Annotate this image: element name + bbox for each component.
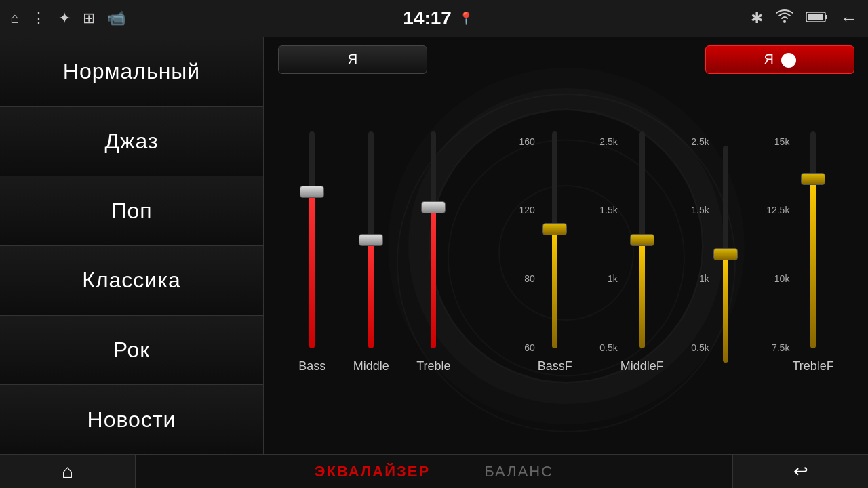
treblef-with-labels: 15k 12.5k 10k 7.5k TrebleF	[766, 131, 834, 373]
middlef2-slider-group	[712, 146, 739, 373]
home-icon[interactable]: ⌂	[10, 9, 19, 27]
treblef-fill	[810, 179, 816, 348]
sidebar-item-rock[interactable]: Рок	[0, 316, 263, 386]
treble-track	[431, 131, 436, 348]
svg-rect-2	[825, 15, 827, 19]
clock: 14:17	[403, 7, 452, 29]
bassf-freq-60: 60	[519, 342, 534, 353]
wifi-icon	[775, 9, 794, 28]
treble-slider-group: Treble	[416, 131, 450, 373]
middlef2-freq-labels: 2.5k 1.5k 1k 0.5k	[691, 136, 709, 353]
home-button-icon: ⌂	[62, 461, 73, 483]
middlef2-freq-2.5k: 2.5k	[691, 136, 709, 147]
middle-slider-group: Middle	[353, 131, 389, 373]
middlef2-knob[interactable]	[713, 248, 738, 260]
bass-slider-group: Bass	[298, 131, 326, 373]
battery-icon	[806, 9, 828, 27]
treblef-freq-12.5k: 12.5k	[766, 205, 789, 216]
treblef-track	[810, 131, 816, 348]
bassf-freq-80: 80	[519, 273, 534, 284]
middlef-label: MiddleF	[620, 359, 664, 373]
middlef-freq-0.5k: 0.5k	[599, 342, 617, 353]
preset-button-left[interactable]: Я	[278, 45, 427, 74]
middle-track	[368, 131, 374, 348]
treble-label: Treble	[416, 359, 450, 373]
status-bar: ⌂ ⋮ ✦ ⊞ 📹 14:17 📍 ✱ ←	[0, 0, 868, 37]
eq-sliders-area: Bass Middle	[264, 82, 868, 373]
middlef2-freq-0.5k: 0.5k	[691, 342, 709, 353]
sidebar-item-jazz[interactable]: Джаз	[0, 107, 263, 177]
middle-knob[interactable]	[359, 234, 383, 246]
middle-fill	[368, 240, 374, 348]
status-left-icons: ⌂ ⋮ ✦ ⊞ 📹	[10, 9, 125, 27]
middlef-slider[interactable]	[629, 131, 656, 348]
bass-knob[interactable]	[300, 186, 324, 198]
back-button[interactable]: ↩	[732, 455, 868, 488]
bassf-freq-160: 160	[519, 136, 534, 147]
treblef-knob[interactable]	[801, 173, 825, 185]
middlef2-with-labels: 2.5k 1.5k 1k 0.5k	[691, 136, 738, 373]
treblef-freq-10k: 10k	[766, 273, 789, 284]
home-button[interactable]: ⌂	[0, 455, 136, 488]
camera-icon[interactable]: 📹	[107, 9, 125, 27]
middlef-track	[639, 131, 645, 348]
middlef-knob[interactable]	[630, 234, 654, 246]
svg-rect-3	[808, 14, 823, 20]
middlef2-slider[interactable]	[712, 146, 739, 363]
preset-button-right[interactable]: Я	[705, 45, 854, 74]
bass-label: Bass	[298, 359, 326, 373]
toggle-knob	[781, 53, 796, 68]
sidebar: Нормальный Джаз Поп Классика Рок Новости	[0, 37, 264, 454]
back-button-icon: ↩	[793, 461, 808, 482]
location-icon: 📍	[458, 11, 473, 26]
menu-icon[interactable]: ⋮	[31, 9, 46, 27]
middlef-freq-1k: 1k	[599, 273, 617, 284]
bluetooth-icon: ✱	[751, 9, 763, 27]
sidebar-item-news[interactable]: Новости	[0, 385, 263, 454]
treblef-freq-labels: 15k 12.5k 10k 7.5k	[766, 136, 789, 353]
bass-track	[309, 131, 315, 348]
eq-panel: Я Я Bass	[264, 37, 868, 454]
bassf-freq-labels: 160 120 80 60	[519, 136, 534, 353]
middlef-slider-group: MiddleF	[620, 131, 664, 373]
middlef2-track	[723, 146, 728, 363]
status-center: 14:17 📍	[403, 7, 473, 29]
bassf-freq-120: 120	[519, 205, 534, 216]
middle-slider[interactable]	[357, 131, 384, 348]
eq-preset-row: Я Я	[264, 37, 868, 82]
sidebar-item-normal[interactable]: Нормальный	[0, 37, 263, 107]
bassf-knob[interactable]	[542, 223, 567, 235]
grid-icon[interactable]: ⊞	[83, 9, 95, 27]
middlef-freq-1.5k: 1.5k	[599, 205, 617, 216]
treblef-label: TrebleF	[792, 359, 833, 373]
back-icon[interactable]: ←	[840, 8, 858, 29]
eq-tab[interactable]: ЭКВАЛАЙЗЕР	[315, 463, 430, 481]
main-content: Нормальный Джаз Поп Классика Рок Новости…	[0, 37, 868, 454]
bottom-bar: ⌂ ЭКВАЛАЙЗЕР БАЛАНС ↩	[0, 454, 868, 488]
settings-icon[interactable]: ✦	[58, 9, 71, 27]
svg-point-0	[783, 20, 786, 23]
bass-fill	[309, 192, 315, 348]
bassf-slider-group: BassF	[538, 131, 572, 373]
bass-slider[interactable]	[298, 131, 326, 348]
middlef-with-labels: 2.5k 1.5k 1k 0.5k MiddleF	[599, 131, 664, 373]
bottom-nav: ЭКВАЛАЙЗЕР БАЛАНС	[136, 455, 732, 488]
bassf-track	[552, 131, 557, 348]
treble-knob[interactable]	[421, 201, 446, 214]
treblef-slider[interactable]	[800, 131, 827, 348]
treblef-slider-group: TrebleF	[792, 131, 833, 373]
middlef2-freq-1.5k: 1.5k	[691, 205, 709, 216]
bassf-with-labels: 160 120 80 60 BassF	[519, 131, 572, 373]
treble-fill	[431, 207, 436, 348]
middlef2-freq-1k: 1k	[691, 273, 709, 284]
treblef-freq-15k: 15k	[766, 136, 789, 147]
bassf-fill	[552, 229, 557, 348]
sidebar-item-classic[interactable]: Классика	[0, 246, 263, 316]
sidebar-item-pop[interactable]: Поп	[0, 176, 263, 246]
middlef-freq-labels: 2.5k 1.5k 1k 0.5k	[599, 136, 617, 353]
status-right-icons: ✱ ←	[751, 8, 858, 29]
balance-tab[interactable]: БАЛАНС	[484, 463, 553, 481]
middlef-fill	[639, 240, 645, 348]
bassf-slider[interactable]	[541, 131, 568, 348]
treble-slider[interactable]	[420, 131, 447, 348]
